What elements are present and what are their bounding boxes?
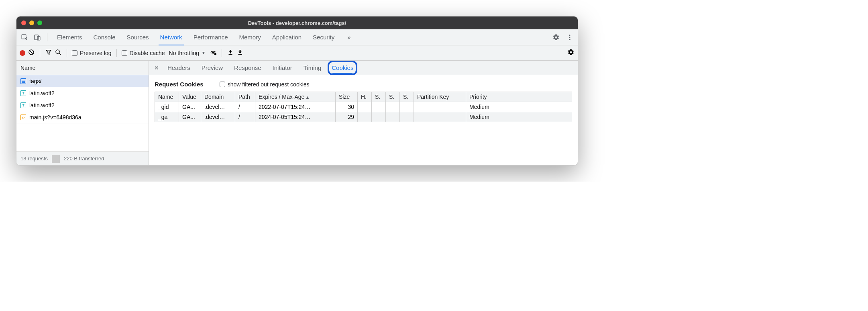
subtab-preview[interactable]: Preview: [196, 61, 228, 75]
tab-console[interactable]: Console: [88, 29, 121, 45]
column-header[interactable]: Priority: [466, 92, 572, 102]
upload-har-icon[interactable]: [227, 49, 234, 57]
column-header[interactable]: Partition Key: [414, 92, 466, 102]
cell-expires: 2024-07-05T15:24…: [255, 112, 336, 122]
filter-icon[interactable]: [45, 49, 52, 57]
table-row[interactable]: _gaGA....devel…/2024-07-05T15:24…29Mediu…: [155, 112, 572, 122]
svg-rect-1: [35, 35, 38, 40]
tab-application[interactable]: Application: [267, 29, 307, 45]
cookies-table: NameValueDomainPathExpires / Max-Age▲Siz…: [155, 92, 572, 122]
request-name: main.js?v=6498d36a: [29, 114, 82, 121]
request-name: latin.woff2: [29, 102, 55, 108]
transferred-size: 220 B transferred: [60, 156, 108, 162]
request-row[interactable]: Tlatin.woff2: [16, 87, 149, 99]
svg-point-8: [214, 53, 216, 55]
svg-point-7: [56, 50, 59, 53]
cell-path: /: [235, 102, 255, 112]
cell-s1: [372, 102, 386, 112]
column-header[interactable]: S.: [386, 92, 400, 102]
preserve-log-checkbox[interactable]: Preserve log: [72, 50, 112, 56]
panel-title: Request Cookies: [155, 81, 204, 88]
column-header[interactable]: Value: [179, 92, 201, 102]
inspect-icon[interactable]: [19, 32, 30, 43]
column-header[interactable]: H.: [358, 92, 372, 102]
subtab-cookies[interactable]: Cookies: [328, 61, 357, 75]
cell-s3: [400, 112, 414, 122]
record-button[interactable]: [20, 50, 25, 56]
column-header[interactable]: Expires / Max-Age▲: [255, 92, 336, 102]
column-header[interactable]: S.: [400, 92, 414, 102]
cell-expires: 2022-07-07T15:24…: [255, 102, 336, 112]
request-row[interactable]: Tlatin.woff2: [16, 99, 149, 111]
show-filtered-checkbox[interactable]: show filtered out request cookies: [220, 81, 310, 88]
name-column-header[interactable]: Name: [16, 61, 149, 75]
detail-pane: ✕ HeadersPreviewResponseInitiatorTimingC…: [149, 61, 578, 165]
column-header[interactable]: S.: [372, 92, 386, 102]
tab-sources[interactable]: Sources: [121, 29, 155, 45]
main-tabbar: ElementsConsoleSourcesNetworkPerformance…: [16, 29, 578, 45]
traffic-lights: [21, 20, 42, 25]
cell-s3: [400, 102, 414, 112]
document-icon: [20, 78, 26, 84]
column-header[interactable]: Domain: [201, 92, 235, 102]
cell-size: 29: [336, 112, 358, 122]
column-header[interactable]: Path: [235, 92, 255, 102]
download-har-icon[interactable]: [236, 49, 244, 57]
subtab-initiator[interactable]: Initiator: [267, 61, 298, 75]
column-header[interactable]: Name: [155, 92, 179, 102]
panel-settings-icon[interactable]: [567, 49, 575, 57]
tab-elements[interactable]: Elements: [51, 29, 88, 45]
svg-point-4: [569, 37, 571, 38]
column-header[interactable]: Size: [336, 92, 358, 102]
cell-pk: [414, 102, 466, 112]
settings-icon[interactable]: [550, 32, 562, 43]
cell-path: /: [235, 112, 255, 122]
svg-rect-10: [238, 54, 242, 55]
table-row[interactable]: _gidGA....devel…/2022-07-07T15:24…30Medi…: [155, 102, 572, 112]
request-name: latin.woff2: [29, 90, 55, 96]
svg-rect-9: [228, 54, 232, 55]
disable-cache-checkbox[interactable]: Disable cache: [122, 50, 165, 56]
cell-priority: Medium: [466, 112, 572, 122]
network-conditions-icon[interactable]: [210, 49, 217, 57]
cell-s1: [372, 112, 386, 122]
request-row[interactable]: tags/: [16, 75, 149, 87]
close-icon[interactable]: ✕: [151, 65, 162, 71]
request-count: 13 requests: [16, 156, 52, 162]
subtab-response[interactable]: Response: [228, 61, 267, 75]
search-icon[interactable]: [55, 49, 62, 57]
kebab-menu-icon[interactable]: [564, 32, 575, 43]
titlebar: DevTools - developer.chrome.com/tags/: [16, 16, 578, 29]
subtab-headers[interactable]: Headers: [162, 61, 196, 75]
tab-memory[interactable]: Memory: [234, 29, 267, 45]
more-tabs-button[interactable]: »: [342, 29, 356, 45]
tab-network[interactable]: Network: [155, 29, 188, 45]
font-icon: T: [20, 90, 26, 96]
cookies-panel: Request Cookies show filtered out reques…: [149, 75, 578, 125]
clear-icon[interactable]: [28, 49, 35, 57]
device-toggle-icon[interactable]: [32, 32, 43, 43]
throttling-select[interactable]: No throttling ▼: [167, 50, 207, 56]
request-name: tags/: [29, 78, 41, 84]
sort-asc-icon: ▲: [305, 95, 310, 100]
svg-point-3: [569, 35, 571, 36]
script-icon: ‹›: [20, 115, 26, 120]
subtab-timing[interactable]: Timing: [298, 61, 327, 75]
devtools-window: DevTools - developer.chrome.com/tags/ El…: [16, 16, 578, 166]
close-window-button[interactable]: [21, 20, 26, 25]
detail-tabs: ✕ HeadersPreviewResponseInitiatorTimingC…: [149, 61, 578, 75]
content-area: Name tags/Tlatin.woff2Tlatin.woff2‹›main…: [16, 61, 578, 165]
minimize-window-button[interactable]: [29, 20, 34, 25]
tab-security[interactable]: Security: [307, 29, 340, 45]
zoom-window-button[interactable]: [37, 20, 42, 25]
window-title: DevTools - developer.chrome.com/tags/: [16, 20, 578, 26]
request-list-pane: Name tags/Tlatin.woff2Tlatin.woff2‹›main…: [16, 61, 149, 165]
cell-h: [358, 102, 372, 112]
cell-size: 30: [336, 102, 358, 112]
cell-value: GA...: [179, 112, 201, 122]
tab-performance[interactable]: Performance: [188, 29, 234, 45]
cell-name: _gid: [155, 102, 179, 112]
request-row[interactable]: ‹›main.js?v=6498d36a: [16, 111, 149, 123]
cell-s2: [386, 102, 400, 112]
font-icon: T: [20, 102, 26, 108]
